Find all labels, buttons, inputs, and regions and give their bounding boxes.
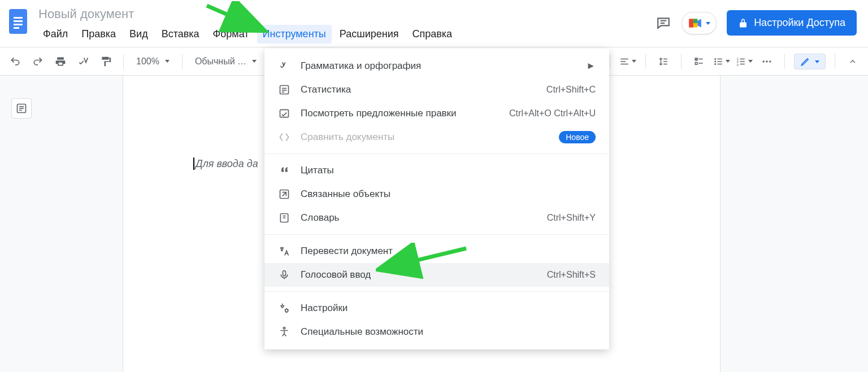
spellcheck-button[interactable] xyxy=(75,53,92,70)
bullet-list-button[interactable] xyxy=(713,53,730,70)
linked-icon xyxy=(278,188,290,200)
dropdown-separator xyxy=(264,291,609,292)
dd-label: Статистика xyxy=(301,84,536,95)
quotes-icon xyxy=(278,164,290,177)
svg-rect-9 xyxy=(693,19,698,23)
dd-shortcut: Ctrl+Shift+Y xyxy=(547,213,596,223)
dd-label: Голосовой ввод xyxy=(301,269,537,281)
dropdown-separator xyxy=(264,154,609,154)
svg-rect-8 xyxy=(689,19,693,27)
dropdown-separator xyxy=(264,234,609,235)
chevron-down-icon xyxy=(814,56,819,67)
numbered-list-button[interactable]: 123 xyxy=(736,53,753,70)
style-select[interactable]: Обычный … xyxy=(192,56,260,67)
dd-review-suggestions[interactable]: Посмотреть предложенные правки Ctrl+Alt+… xyxy=(264,102,609,125)
svg-rect-2 xyxy=(14,20,23,22)
menu-insert[interactable]: Вставка xyxy=(156,25,205,43)
dd-accessibility[interactable]: Специальные возможности xyxy=(264,320,609,344)
voice-icon xyxy=(278,269,290,281)
svg-text:3: 3 xyxy=(737,63,739,66)
svg-point-21 xyxy=(714,58,716,60)
menu-view[interactable]: Вид xyxy=(124,25,154,43)
meet-dropdown-icon xyxy=(705,18,710,28)
dd-label: Перевести документ xyxy=(301,246,596,257)
dd-translate[interactable]: Перевести документ xyxy=(264,239,609,263)
dd-label: Настройки xyxy=(301,303,596,314)
dd-shortcut: Ctrl+Alt+O Ctrl+Alt+U xyxy=(509,108,596,119)
document-outline-button[interactable] xyxy=(11,98,32,119)
more-button[interactable] xyxy=(758,53,775,70)
svg-point-49 xyxy=(281,305,283,307)
app-header: Новый документ Файл Правка Вид Вставка Ф… xyxy=(0,0,868,47)
svg-point-51 xyxy=(283,327,285,329)
svg-point-34 xyxy=(766,60,767,62)
new-badge: Новое xyxy=(559,131,596,143)
dd-citations[interactable]: Цитаты xyxy=(264,159,609,182)
menu-file[interactable]: Файл xyxy=(37,25,73,43)
paint-format-button[interactable] xyxy=(97,53,114,70)
submenu-arrow-icon: ► xyxy=(586,60,596,72)
toolbar-separator xyxy=(182,54,183,69)
dd-linked-objects[interactable]: Связанные объекты xyxy=(264,182,609,206)
svg-point-33 xyxy=(763,60,765,62)
svg-rect-3 xyxy=(14,24,23,25)
print-button[interactable] xyxy=(52,53,69,70)
menu-tools[interactable]: Инструменты xyxy=(257,25,332,43)
editing-mode-button[interactable] xyxy=(794,54,826,69)
comments-icon[interactable] xyxy=(656,15,671,31)
collapse-toolbar-button[interactable] xyxy=(844,53,861,70)
svg-marker-10 xyxy=(697,19,701,27)
dd-label: Словарь xyxy=(301,212,537,224)
translate-icon xyxy=(278,245,290,257)
dd-label: Грамматика и орфография xyxy=(301,60,576,72)
dd-dictionary[interactable]: Словарь Ctrl+Shift+Y xyxy=(264,206,609,230)
dd-shortcut: Ctrl+Shift+C xyxy=(546,85,596,95)
svg-rect-24 xyxy=(718,58,722,59)
dd-label: Посмотреть предложенные правки xyxy=(301,108,499,119)
share-label: Настройки Доступа xyxy=(754,17,845,29)
menu-help[interactable]: Справка xyxy=(406,25,458,43)
toolbar-separator xyxy=(645,54,646,69)
svg-rect-1 xyxy=(14,17,23,19)
toolbar-separator xyxy=(123,54,124,69)
svg-point-22 xyxy=(714,60,716,62)
dd-spellcheck[interactable]: Грамматика и орфография ► xyxy=(264,54,609,78)
checklist-button[interactable] xyxy=(691,53,708,70)
share-button[interactable]: Настройки Доступа xyxy=(727,10,857,36)
dd-label: Специальные возможности xyxy=(301,326,596,338)
placeholder-text: Для ввода да xyxy=(196,158,258,170)
spellcheck-icon xyxy=(278,60,290,72)
menu-extensions[interactable]: Расширения xyxy=(334,25,405,43)
dd-word-count[interactable]: Статистика Ctrl+Shift+C xyxy=(264,78,609,102)
redo-button[interactable] xyxy=(29,53,46,70)
svg-rect-48 xyxy=(283,271,286,276)
svg-rect-26 xyxy=(718,63,722,64)
dd-label: Цитаты xyxy=(301,165,596,176)
toolbar-right: 123 xyxy=(606,53,861,70)
dd-compare-documents: Сравнить документы Новое xyxy=(264,125,609,149)
svg-point-35 xyxy=(769,60,771,62)
dd-label: Сравнить документы xyxy=(301,132,549,143)
dd-label: Связанные объекты xyxy=(301,189,596,200)
menu-format[interactable]: Формат xyxy=(207,25,255,43)
line-spacing-button[interactable] xyxy=(655,53,672,70)
svg-rect-45 xyxy=(280,110,289,117)
header-actions: Настройки Доступа xyxy=(656,10,857,36)
svg-point-23 xyxy=(714,63,716,65)
zoom-select[interactable]: 100% xyxy=(133,56,173,67)
document-title[interactable]: Новый документ xyxy=(37,6,458,25)
undo-button[interactable] xyxy=(7,53,24,70)
dd-voice-typing[interactable]: Голосовой ввод Ctrl+Shift+S xyxy=(264,263,609,287)
align-button[interactable] xyxy=(619,53,636,70)
dd-preferences[interactable]: Настройки xyxy=(264,296,609,320)
menu-edit[interactable]: Правка xyxy=(76,25,121,43)
svg-rect-19 xyxy=(695,62,697,64)
docs-logo-icon[interactable] xyxy=(7,6,29,37)
toolbar-separator xyxy=(835,54,835,69)
meet-button[interactable] xyxy=(682,12,717,34)
stats-icon xyxy=(278,84,290,96)
text-cursor-area: Для ввода да xyxy=(193,157,258,170)
compare-icon xyxy=(278,131,290,143)
dd-shortcut: Ctrl+Shift+S xyxy=(547,270,596,280)
menubar: Файл Правка Вид Вставка Формат Инструмен… xyxy=(37,25,458,43)
